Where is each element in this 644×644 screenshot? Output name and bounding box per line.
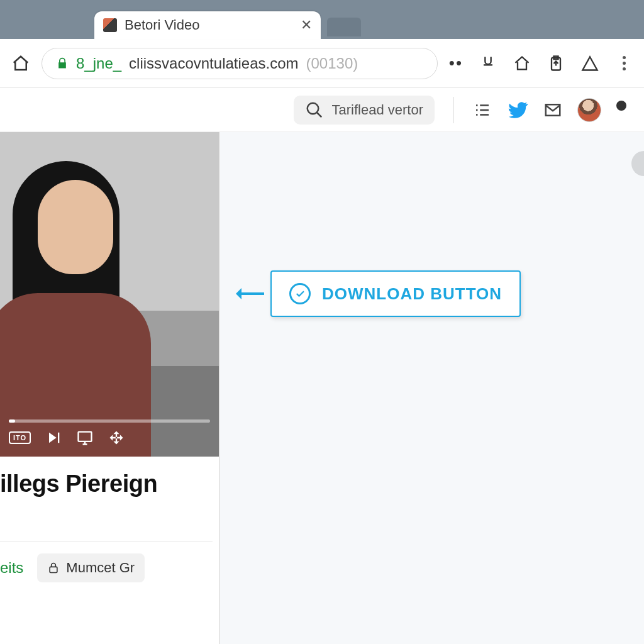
site-search[interactable]: Tariflead vertor (294, 96, 435, 125)
video-title: illegs Piereign (0, 470, 213, 497)
browser-toolbar: 8_jne_cliissvacovntulatieas.com (00130) … (0, 39, 644, 88)
lock-icon (56, 57, 69, 70)
user-avatar[interactable] (577, 98, 601, 122)
mail-icon[interactable] (543, 101, 562, 119)
clipboard-icon[interactable] (547, 55, 565, 72)
toolbar-icons: •• (449, 53, 633, 73)
download-button-label: DOWNLOAD BUTTON (322, 284, 502, 304)
video-player[interactable]: ITO (0, 132, 219, 457)
url-prefix: 8_jne_ (76, 55, 121, 72)
download-button[interactable]: DOWNLOAD BUTTON (270, 270, 521, 317)
check-circle-icon (289, 283, 311, 304)
divider (453, 97, 454, 123)
reader-icon[interactable] (479, 55, 497, 72)
kebab-menu-icon[interactable] (615, 55, 633, 72)
home-icon[interactable] (11, 54, 30, 73)
url-suffix: (00130) (306, 55, 358, 72)
locked-pill[interactable]: Mumcet Gr (37, 553, 145, 582)
tab-strip: Betori Video ✕ (0, 0, 644, 39)
content-area: ITO illegs Piereign eits Mumcet Gr (0, 132, 644, 644)
site-header: Tariflead vertor (0, 88, 644, 132)
site-home-icon[interactable] (513, 55, 531, 72)
overflow-dots-icon[interactable]: •• (449, 53, 463, 73)
next-icon[interactable] (45, 429, 62, 447)
svg-rect-4 (50, 567, 58, 572)
video-meta: illegs Piereign eits Mumcet Gr (0, 457, 219, 644)
svg-point-1 (308, 103, 319, 114)
list-icon[interactable] (473, 101, 492, 119)
decorative-bubble (631, 151, 644, 176)
arrow-left-icon (239, 292, 264, 295)
search-placeholder: Tariflead vertor (331, 102, 423, 118)
close-tab-icon[interactable]: ✕ (301, 17, 312, 33)
expand-icon[interactable] (108, 429, 125, 447)
cast-icon[interactable] (76, 429, 94, 447)
pill-label: Mumcet Gr (66, 560, 135, 576)
meta-link[interactable]: eits (0, 559, 23, 577)
new-tab-placeholder[interactable] (327, 18, 361, 36)
browser-tab-active[interactable]: Betori Video ✕ (94, 11, 321, 39)
notification-dot-icon[interactable] (616, 101, 626, 111)
warning-icon[interactable] (581, 55, 599, 72)
tab-title: Betori Video (125, 17, 293, 33)
quality-badge[interactable]: ITO (9, 431, 31, 444)
video-progress[interactable] (9, 419, 210, 423)
svg-rect-3 (79, 432, 92, 441)
search-icon (305, 101, 324, 119)
url-host: cliissvacovntulatieas.com (129, 55, 298, 72)
right-column: DOWNLOAD BUTTON (219, 132, 644, 644)
video-controls: ITO (0, 413, 219, 457)
favicon-icon (103, 18, 117, 32)
left-column: ITO illegs Piereign eits Mumcet Gr (0, 132, 219, 644)
twitter-icon[interactable] (507, 99, 528, 121)
video-subject (0, 136, 170, 457)
separator (0, 541, 213, 542)
address-bar[interactable]: 8_jne_cliissvacovntulatieas.com (00130) (42, 48, 438, 79)
lock-icon (47, 562, 60, 574)
download-callout: DOWNLOAD BUTTON (239, 270, 521, 317)
